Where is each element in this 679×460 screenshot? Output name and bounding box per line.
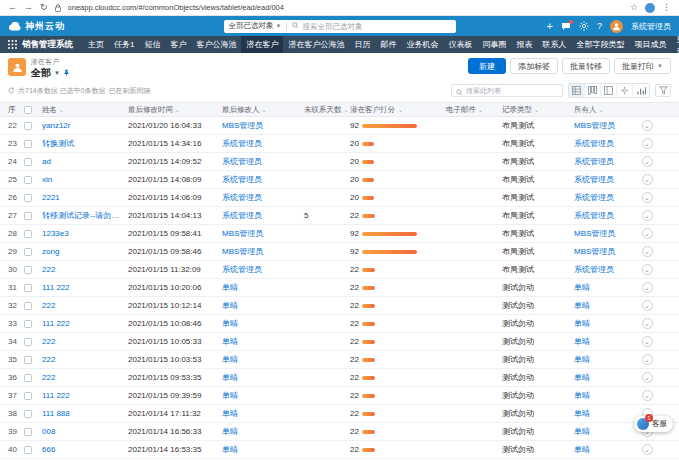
table-row[interactable]: 36 222 2021/01/15 09:53:35 单晴 22 测试勿动 单晴… <box>0 369 679 387</box>
owner-link[interactable]: MBS管理员 <box>574 229 615 238</box>
filter-funnel-icon[interactable] <box>655 84 671 97</box>
last-modified-by-link[interactable]: 单晴 <box>222 427 238 436</box>
table-row[interactable]: 23 转换测试 2021/01/15 14:34:16 系统管理员 20 布局测… <box>0 135 679 153</box>
chevron-down-icon[interactable]: ▼ <box>54 70 60 76</box>
table-row[interactable]: 22 yanz12r 2021/01/20 16:04:33 MBS管理员 92… <box>0 117 679 135</box>
owner-link[interactable]: 系统管理员 <box>574 175 614 184</box>
table-row[interactable]: 28 1233e3 2021/01/15 09:58:41 MBS管理员 92 … <box>0 225 679 243</box>
lead-name-link[interactable]: zong <box>42 247 59 256</box>
help-icon[interactable]: ? <box>597 22 602 31</box>
lead-name-link[interactable]: 111 222 <box>42 319 70 328</box>
row-checkbox[interactable] <box>24 410 32 418</box>
lead-name-link[interactable]: xin <box>42 175 52 184</box>
owner-link[interactable]: MBS管理员 <box>574 247 615 256</box>
owner-link[interactable]: 单晴 <box>574 373 590 382</box>
row-action-button[interactable]: ⌄ <box>642 174 653 185</box>
owner-link[interactable]: 单晴 <box>574 355 590 364</box>
last-modified-by-link[interactable]: 系统管理员 <box>222 265 262 274</box>
lead-name-link[interactable]: 111 888 <box>42 409 70 418</box>
table-row[interactable]: 26 2221 2021/01/15 14:06:09 系统管理员 20 布局测… <box>0 189 679 207</box>
global-search-input[interactable] <box>302 22 450 31</box>
view-selector[interactable]: 全部 <box>31 66 51 80</box>
action-button-0[interactable]: 添加标签 <box>510 58 558 74</box>
table-row[interactable]: 35 222 2021/01/15 10:03:53 单晴 22 测试勿动 单晴… <box>0 351 679 369</box>
nav-item-7[interactable]: 日历 <box>349 36 375 53</box>
owner-link[interactable]: 单晴 <box>574 391 590 400</box>
table-row[interactable]: 32 222 2021/01/15 10:12:14 单晴 22 测试勿动 单晴… <box>0 297 679 315</box>
sort-chevron-icon[interactable]: ⌄ <box>175 106 180 113</box>
nav-item-0[interactable]: 主页 <box>83 36 109 53</box>
row-checkbox[interactable] <box>24 122 32 130</box>
lead-name-link[interactable]: 2221 <box>42 193 60 202</box>
table-row[interactable]: 34 222 2021/01/15 10:05:33 单晴 22 测试勿动 单晴… <box>0 333 679 351</box>
nav-item-15[interactable]: 项目成员 <box>629 36 671 53</box>
lead-name-link[interactable]: 222 <box>42 265 55 274</box>
owner-link[interactable]: 单晴 <box>574 301 590 310</box>
row-action-button[interactable]: ⌄ <box>642 390 653 401</box>
table-row[interactable]: 24 ad 2021/01/15 14:09:52 系统管理员 20 布局测试 … <box>0 153 679 171</box>
nav-item-9[interactable]: 业务机会 <box>401 36 443 53</box>
row-checkbox[interactable] <box>24 176 32 184</box>
row-action-button[interactable]: ⌄ <box>642 264 653 275</box>
last-modified-by-link[interactable]: MBS管理员 <box>222 121 263 130</box>
row-checkbox[interactable] <box>24 392 32 400</box>
nav-item-14[interactable]: 全部字段类型 <box>571 36 629 53</box>
column-header-3[interactable]: 最后修改人⌄ <box>222 105 294 115</box>
user-avatar[interactable] <box>610 20 623 33</box>
owner-link[interactable]: 系统管理员 <box>574 139 614 148</box>
owner-link[interactable]: 单晴 <box>574 337 590 346</box>
row-action-button[interactable]: ⌄ <box>642 210 653 221</box>
last-modified-by-link[interactable]: 系统管理员 <box>222 139 262 148</box>
row-checkbox[interactable] <box>24 266 32 274</box>
chat-widget[interactable]: 1 客服 <box>634 416 673 432</box>
last-modified-by-link[interactable]: 系统管理员 <box>222 211 262 220</box>
table-row[interactable]: 31 111 222 2021/01/15 10:20:06 单晴 22 测试勿… <box>0 279 679 297</box>
add-icon[interactable]: + <box>547 21 553 32</box>
nav-item-6[interactable]: 潜在客户公海池 <box>283 36 349 53</box>
message-icon[interactable] <box>561 22 571 31</box>
browser-menu-icon[interactable]: ⋮ <box>662 3 671 12</box>
last-modified-by-link[interactable]: 单晴 <box>222 373 238 382</box>
table-row[interactable]: 33 111 222 2021/01/15 10:08:46 单晴 22 测试勿… <box>0 315 679 333</box>
row-checkbox[interactable] <box>24 248 32 256</box>
lead-name-link[interactable]: 222 <box>42 355 55 364</box>
lead-name-link[interactable]: 222 <box>42 373 55 382</box>
column-header-5[interactable]: 潜在客户打分⌄ <box>350 105 446 115</box>
row-checkbox[interactable] <box>24 374 32 382</box>
nav-item-11[interactable]: 同事圈 <box>477 36 511 53</box>
lead-name-link[interactable]: 111 222 <box>42 391 70 400</box>
user-name[interactable]: 系统管理员 <box>631 21 671 32</box>
column-header-0[interactable]: 序 <box>0 105 24 115</box>
table-row[interactable]: 27 转移测试记录--请勿修改 2021/01/15 14:04:13 系统管理… <box>0 207 679 225</box>
reload-icon[interactable]: ↻ <box>40 3 48 12</box>
nav-item-2[interactable]: 短信 <box>139 36 165 53</box>
last-modified-by-link[interactable]: 单晴 <box>222 283 238 292</box>
bookmark-star-icon[interactable]: ☆ <box>630 3 638 12</box>
last-modified-by-link[interactable]: 单晴 <box>222 445 238 454</box>
row-action-button[interactable]: ⌄ <box>642 300 653 311</box>
row-checkbox[interactable] <box>24 338 32 346</box>
sort-chevron-icon[interactable]: ⌄ <box>478 106 483 113</box>
owner-link[interactable]: 系统管理员 <box>574 193 614 202</box>
table-row[interactable]: 25 xin 2021/01/15 14:08:09 系统管理员 20 布局测试… <box>0 171 679 189</box>
last-modified-by-link[interactable]: 系统管理员 <box>222 193 262 202</box>
kanban-view-icon[interactable] <box>585 84 601 97</box>
nav-item-8[interactable]: 邮件 <box>375 36 401 53</box>
nav-item-4[interactable]: 客户公海池 <box>191 36 241 53</box>
lead-name-link[interactable]: yanz12r <box>42 121 70 130</box>
row-checkbox[interactable] <box>24 158 32 166</box>
owner-link[interactable]: 单晴 <box>574 445 590 454</box>
nav-item-12[interactable]: 报表 <box>511 36 537 53</box>
owner-link[interactable]: 单晴 <box>574 409 590 418</box>
owner-link[interactable]: 系统管理员 <box>574 211 614 220</box>
table-row[interactable]: 39 008 2021/01/14 16:56:33 单晴 22 测试勿动 单晴… <box>0 423 679 441</box>
lead-name-link[interactable]: 222 <box>42 301 55 310</box>
browser-profile-avatar[interactable] <box>645 3 655 13</box>
column-header-6[interactable]: 电子邮件⌄ <box>446 105 502 115</box>
row-action-button[interactable]: ⌄ <box>642 372 653 383</box>
last-modified-by-link[interactable]: 系统管理员 <box>222 157 262 166</box>
row-action-button[interactable]: ⌄ <box>642 138 653 149</box>
owner-link[interactable]: 单晴 <box>574 283 590 292</box>
back-icon[interactable]: ← <box>8 3 17 12</box>
search-scope-dropdown[interactable]: 全部已选对象 ▼ <box>224 21 287 31</box>
